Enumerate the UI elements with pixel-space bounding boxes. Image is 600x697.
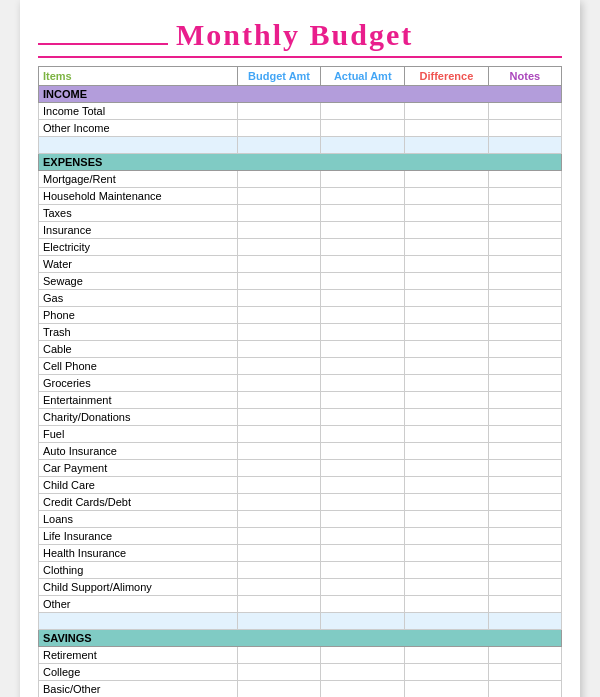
table-row: Credit Cards/Debt xyxy=(39,494,562,511)
table-row: Sewage xyxy=(39,273,562,290)
table-row: Electricity xyxy=(39,239,562,256)
table-row: Water xyxy=(39,256,562,273)
table-row: Cell Phone xyxy=(39,358,562,375)
table-row: Health Insurance xyxy=(39,545,562,562)
table-row: Child Support/Alimony xyxy=(39,579,562,596)
table-row: Insurance xyxy=(39,222,562,239)
page-title: Monthly Budget xyxy=(176,18,413,52)
col-header-items: Items xyxy=(39,67,238,86)
col-header-difference: Difference xyxy=(405,67,489,86)
table-row: Groceries xyxy=(39,375,562,392)
table-row: Entertainment xyxy=(39,392,562,409)
name-blank xyxy=(38,25,168,45)
budget-table: Items Budget Amt Actual Amt Difference N… xyxy=(38,66,562,697)
table-row: EXPENSES xyxy=(39,154,562,171)
table-row: Car Payment xyxy=(39,460,562,477)
table-row: College xyxy=(39,664,562,681)
table-row: Trash xyxy=(39,324,562,341)
table-row: SAVINGS xyxy=(39,630,562,647)
table-row: Mortgage/Rent xyxy=(39,171,562,188)
table-row: Clothing xyxy=(39,562,562,579)
table-row: Auto Insurance xyxy=(39,443,562,460)
table-row: Household Maintenance xyxy=(39,188,562,205)
table-row: Taxes xyxy=(39,205,562,222)
table-row: Basic/Other xyxy=(39,681,562,698)
table-row: Other xyxy=(39,596,562,613)
col-header-actual: Actual Amt xyxy=(321,67,405,86)
header: Monthly Budget xyxy=(38,18,562,58)
table-row: Child Care xyxy=(39,477,562,494)
table-row: Loans xyxy=(39,511,562,528)
col-header-notes: Notes xyxy=(488,67,561,86)
table-row: Cable xyxy=(39,341,562,358)
column-headers: Items Budget Amt Actual Amt Difference N… xyxy=(39,67,562,86)
table-row xyxy=(39,613,562,630)
table-row: Retirement xyxy=(39,647,562,664)
table-row: Charity/Donations xyxy=(39,409,562,426)
table-row: Phone xyxy=(39,307,562,324)
table-row xyxy=(39,137,562,154)
table-row: Other Income xyxy=(39,120,562,137)
col-header-budget: Budget Amt xyxy=(237,67,321,86)
table-row: Income Total xyxy=(39,103,562,120)
page: Monthly Budget Items Budget Amt Actual A… xyxy=(20,0,580,697)
table-row: Life Insurance xyxy=(39,528,562,545)
table-row: Fuel xyxy=(39,426,562,443)
table-row: INCOME xyxy=(39,86,562,103)
table-row: Gas xyxy=(39,290,562,307)
